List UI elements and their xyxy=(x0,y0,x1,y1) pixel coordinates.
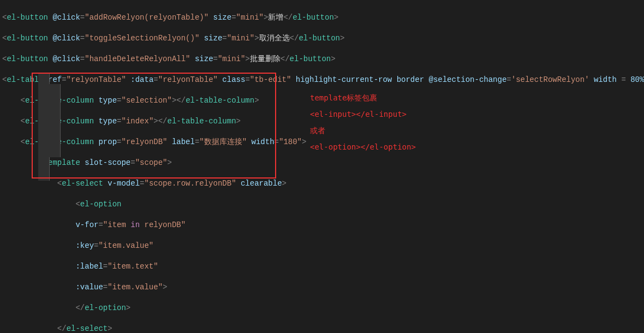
code-line[interactable]: <el-select v-model="scope.row.relyonDB" … xyxy=(2,179,644,189)
code-line[interactable]: <el-table ref="relyonTable" :data="relyo… xyxy=(2,75,644,85)
annotation-text: 或者 xyxy=(310,126,325,136)
annotation-text: template标签包裹 xyxy=(310,93,377,103)
code-line[interactable]: :value="item.value"> xyxy=(2,282,644,293)
annotation-text: <el-option></el-option> xyxy=(310,142,416,152)
annotation-text: <el-input></el-input> xyxy=(310,109,407,120)
code-line[interactable]: :key="item.value" xyxy=(2,241,644,251)
code-line[interactable]: <el-button @click="handleDeleteRelyonAll… xyxy=(2,54,644,64)
fold-gutter-inner[interactable] xyxy=(49,84,61,157)
code-line[interactable]: v-for="item in relyonDB" xyxy=(2,220,644,230)
fold-gutter[interactable] xyxy=(38,74,50,181)
code-editor[interactable]: <el-button @click="addRowRelyon(relyonTa… xyxy=(0,0,644,333)
code-line[interactable]: <template slot-scope="scope"> xyxy=(2,158,644,168)
code-line[interactable]: <el-button @click="toggleSelectionRelyon… xyxy=(2,33,644,44)
code-line[interactable]: :label="item.text" xyxy=(2,261,644,272)
code-line[interactable]: </el-option> xyxy=(2,303,644,313)
code-line[interactable]: </el-select> xyxy=(2,324,644,333)
code-line[interactable]: <el-button @click="addRowRelyon(relyonTa… xyxy=(2,13,644,23)
code-line[interactable]: <el-option xyxy=(2,199,644,210)
